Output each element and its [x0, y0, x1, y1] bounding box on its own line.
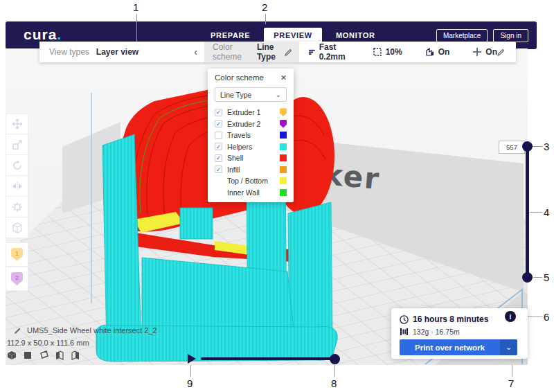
extruder-1-pin-icon: 1 [11, 248, 23, 261]
clock-icon [400, 315, 409, 324]
profile-setting[interactable]: Fast 0.2mm [309, 42, 350, 62]
view-top-icon[interactable] [39, 350, 48, 360]
extruder-2-button[interactable]: 2 [6, 267, 28, 291]
callout-2: 2 [262, 1, 267, 13]
view-types-value: Layer view [96, 47, 138, 57]
print-options-chevron-icon[interactable]: ⌄ [500, 339, 517, 355]
callout-8: 8 [331, 377, 337, 389]
view-front-icon[interactable] [23, 350, 33, 360]
color-scheme-selector[interactable]: Color scheme Line Type [204, 42, 299, 62]
tab-monitor[interactable]: MONITOR [326, 28, 385, 43]
model-name: UMS5_Side Wheel white intersect 2_2 [27, 326, 157, 335]
callout-line-8 [334, 365, 335, 377]
infill-swatch [280, 166, 287, 173]
callout-9: 9 [187, 377, 193, 389]
print-settings-summary[interactable]: Fast 0.2mm 10% On On [299, 42, 516, 62]
extruder-2-checkbox[interactable] [215, 120, 222, 127]
model-dimensions: 112.9 x 50.0 x 111.6 mm [7, 339, 89, 347]
popup-title: Color scheme [215, 73, 264, 82]
camera-view-buttons [7, 350, 80, 360]
callout-4: 4 [544, 206, 549, 218]
edit-pencil-icon[interactable] [285, 48, 292, 56]
legend-row-top-bottom: Top / Bottom [208, 175, 294, 187]
cura-logo: cura. [24, 26, 62, 43]
scale-tool-button[interactable] [6, 134, 28, 155]
helpers-checkbox[interactable] [215, 143, 222, 150]
view-3d-icon[interactable] [7, 350, 17, 360]
helpers-swatch [280, 143, 287, 150]
extruder-1-checkbox[interactable] [215, 109, 222, 116]
top-bottom-swatch [280, 177, 287, 184]
legend-row-extruder-2: Extruder 2 [208, 118, 294, 130]
support-blocker-tool-button[interactable] [6, 217, 28, 238]
layer-slider-top-handle[interactable] [522, 141, 533, 152]
legend-row-helpers: Helpers [208, 141, 294, 153]
extruder-2-swatch [280, 120, 287, 128]
callout-7: 7 [508, 377, 514, 389]
print-duration: 16 hours 8 minutes [413, 314, 488, 324]
move-tool-button[interactable] [6, 114, 28, 134]
legend-row-infill: Infill [208, 164, 294, 176]
simulation-slider-track[interactable] [201, 357, 334, 360]
layers-icon [309, 48, 315, 56]
callout-line-2 [265, 14, 266, 24]
rename-pencil-icon[interactable] [14, 327, 21, 335]
simulation-slider-handle[interactable] [330, 354, 340, 364]
legend-row-inner-wall: Inner Wall [208, 187, 294, 199]
logo-dot: . [57, 26, 62, 42]
support-icon [426, 48, 434, 56]
preview-toolbar: View types Layer view ‹ Color scheme Lin… [39, 42, 516, 62]
legend-row-travels: Travels [208, 130, 294, 141]
layer-number-label: 557 [499, 141, 525, 154]
extruder-2-pin-icon: 2 [11, 272, 23, 285]
extruder-1-swatch [280, 108, 287, 116]
inner-wall-swatch [280, 189, 287, 196]
per-model-settings-tool-button[interactable] [6, 197, 28, 217]
travels-checkbox[interactable] [215, 132, 222, 139]
view-left-icon[interactable] [55, 350, 64, 360]
cura-preview-screen: { "header": { "logo_text": "cura", "logo… [0, 0, 554, 392]
edit-settings-pencil-icon[interactable] [497, 48, 505, 56]
tab-preview[interactable]: PREVIEW [264, 28, 322, 43]
callout-line-5 [533, 277, 542, 278]
chevron-down-icon: ⌄ [276, 91, 281, 98]
view-types-label: View types [49, 47, 89, 57]
callout-5: 5 [544, 271, 549, 283]
print-over-network-button[interactable]: Print over network ⌄ [400, 339, 517, 355]
tab-prepare[interactable]: PREPARE [201, 28, 260, 43]
spool-icon [400, 328, 409, 336]
signin-button[interactable]: Sign in [493, 29, 528, 42]
collapse-chevron-icon[interactable]: ‹ [194, 47, 197, 57]
legend-row-shell: Shell [208, 152, 294, 164]
support-setting[interactable]: On [426, 47, 450, 57]
info-icon[interactable]: i [505, 311, 516, 322]
shell-swatch [280, 154, 287, 161]
adhesion-setting[interactable]: On [473, 47, 497, 57]
travels-swatch [280, 132, 287, 139]
view-types-selector[interactable]: View types Layer view ‹ [39, 42, 204, 62]
simulation-play-button[interactable] [188, 354, 196, 364]
rotate-tool-button[interactable] [6, 155, 28, 176]
material-usage: 132g · 16.75m [413, 328, 460, 336]
infill-checkbox[interactable] [215, 166, 222, 173]
tool-sidebar [6, 114, 28, 238]
adhesion-icon [473, 48, 481, 56]
layer-slider-track[interactable] [526, 147, 529, 277]
color-scheme-popup: Color scheme ✕ Line Type ⌄ Extruder 1 Ex… [208, 69, 294, 202]
print-job-panel: 16 hours 8 minutes i 132g · 16.75m Print… [391, 308, 528, 359]
close-icon[interactable]: ✕ [280, 74, 287, 82]
infill-setting[interactable]: 10% [373, 47, 402, 57]
callout-3: 3 [544, 141, 549, 152]
view-right-icon[interactable] [71, 350, 80, 360]
layer-slider-bottom-handle[interactable] [522, 272, 533, 283]
shell-checkbox[interactable] [215, 154, 222, 162]
color-scheme-label: Color scheme [213, 42, 250, 62]
extruder-1-button[interactable]: 1 [6, 242, 28, 267]
mirror-tool-button[interactable] [6, 176, 28, 197]
color-scheme-value: Line Type [257, 42, 285, 62]
callout-6: 6 [544, 311, 549, 323]
line-type-dropdown[interactable]: Line Type ⌄ [215, 87, 287, 102]
marketplace-button[interactable]: Marketplace [436, 29, 488, 42]
legend-row-extruder-1: Extruder 1 [208, 107, 294, 118]
callout-1: 1 [133, 1, 138, 13]
